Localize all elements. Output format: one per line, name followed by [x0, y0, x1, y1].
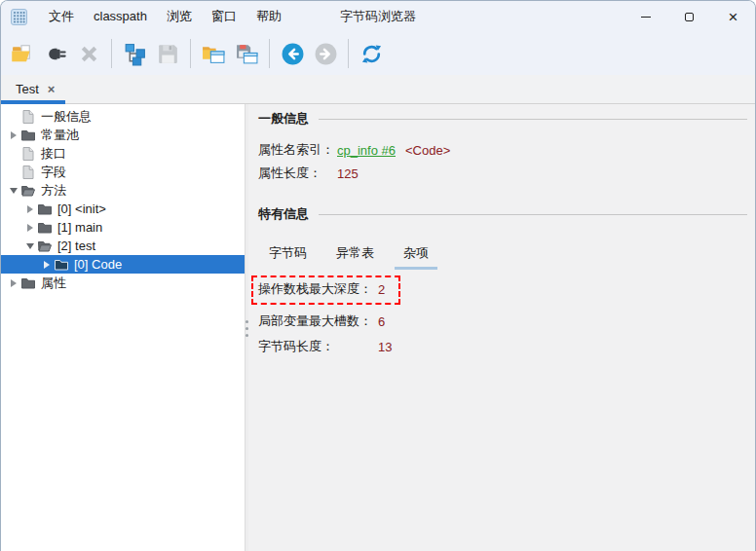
- general-info-header: 一般信息: [258, 110, 747, 128]
- tree-item-label: [1] main: [57, 220, 102, 235]
- splitter-grip-icon: [246, 316, 248, 341]
- toolbar-separator: [111, 39, 112, 68]
- menu-item-classpath[interactable]: classpath: [84, 1, 157, 32]
- plug-icon: [44, 42, 68, 66]
- header-divider: [319, 119, 747, 120]
- app-icon: [11, 9, 27, 25]
- folder-icon: [21, 128, 36, 142]
- attribute-name-index-row: 属性名索引： cp_info #6 <Code>: [258, 141, 747, 159]
- misc-row: 字节码长度： 13: [258, 338, 747, 355]
- detail-panel: 一般信息 属性名索引： cp_info #6 <Code> 属性长度： 125 …: [248, 104, 755, 551]
- menu-bar: 文件classpath浏览窗口帮助: [39, 1, 291, 32]
- save-window-icon: [235, 42, 259, 66]
- tree-expand-arrow-icon[interactable]: [5, 188, 21, 194]
- specific-info-title: 特有信息: [258, 205, 309, 223]
- row-value: 6: [378, 314, 385, 329]
- document-icon: [21, 165, 36, 179]
- tree-expand-arrow-icon[interactable]: [21, 224, 38, 232]
- specific-tab-字节码[interactable]: 字节码: [260, 244, 316, 270]
- tree-expand-arrow-icon[interactable]: [21, 205, 38, 213]
- tree-item-方法[interactable]: 方法: [1, 181, 245, 200]
- toolbar-separator: [190, 39, 191, 68]
- close-button[interactable]: ×: [711, 1, 755, 32]
- tree-expand-arrow-icon[interactable]: [38, 261, 55, 269]
- attach-classpath-button[interactable]: [40, 38, 71, 69]
- tree-item-属性[interactable]: 属性: [1, 274, 245, 292]
- reload-button[interactable]: [356, 38, 387, 69]
- row-value: 125: [337, 166, 359, 181]
- toolbar-separator: [269, 39, 270, 68]
- close-file-button: [73, 38, 104, 69]
- row-value: 13: [378, 340, 392, 354]
- tab-close-icon[interactable]: ×: [48, 83, 56, 95]
- tree-item-接口[interactable]: 接口: [1, 144, 245, 163]
- toolbar: [1, 32, 755, 75]
- folder-open-icon: [38, 239, 53, 253]
- general-info-rows: 属性名索引： cp_info #6 <Code> 属性长度： 125: [258, 141, 747, 182]
- save-button: [152, 38, 183, 69]
- window-controls: ×: [624, 1, 755, 32]
- tab-label: Test: [16, 82, 39, 96]
- tree-expand-arrow-icon[interactable]: [5, 279, 21, 287]
- class-structure-tree: 一般信息 常量池 接口 字段 方法 [0] <init> [1] main [2…: [1, 104, 245, 551]
- tree-item-0init[interactable]: [0] <init>: [1, 200, 245, 218]
- row-label: 操作数栈最大深度：: [258, 280, 378, 298]
- open-in-window-button[interactable]: [198, 38, 229, 69]
- tree-item-常量池[interactable]: 常量池: [1, 126, 245, 144]
- app-window: 文件classpath浏览窗口帮助 字节码浏览器 × Test × 一般信息 常…: [0, 0, 756, 551]
- menu-item-帮助[interactable]: 帮助: [246, 1, 291, 32]
- misc-row: 操作数栈最大深度： 2: [258, 280, 385, 298]
- tree-item-label: 方法: [41, 182, 66, 200]
- misc-row: 局部变量最大槽数： 6: [258, 312, 747, 330]
- forward-arrow-icon: [314, 42, 338, 66]
- tree-structure-icon: [123, 42, 147, 66]
- minimize-button[interactable]: [624, 1, 667, 32]
- specific-tab-杂项[interactable]: 杂项: [395, 244, 437, 270]
- save-icon: [156, 42, 180, 66]
- document-icon: [21, 109, 36, 124]
- folder-icon: [21, 276, 36, 290]
- close-icon: ×: [729, 9, 738, 25]
- tree-item-0code[interactable]: [0] Code: [1, 255, 245, 274]
- maximize-button[interactable]: [667, 1, 711, 32]
- back-button[interactable]: [277, 38, 308, 69]
- save-window-button[interactable]: [231, 38, 262, 69]
- tree-item-label: 属性: [41, 275, 66, 292]
- tree-view-button[interactable]: [119, 38, 150, 69]
- document-icon: [21, 146, 36, 161]
- row-label: 属性长度：: [258, 165, 337, 182]
- tab-test[interactable]: Test ×: [1, 75, 65, 103]
- tree-item-label: [0] Code: [74, 257, 122, 272]
- tree-item-label: 字段: [41, 164, 66, 181]
- folder-icon: [38, 220, 53, 235]
- minimize-icon: [641, 17, 651, 18]
- panel-splitter[interactable]: [245, 104, 248, 551]
- specific-tab-异常表[interactable]: 异常表: [327, 244, 383, 270]
- close-x-icon: [77, 42, 101, 66]
- specific-info-tabs: 字节码异常表杂项: [258, 244, 747, 270]
- tree-expand-arrow-icon[interactable]: [21, 243, 38, 249]
- title-bar: 文件classpath浏览窗口帮助 字节码浏览器 ×: [1, 1, 755, 32]
- specific-info-header: 特有信息: [258, 205, 747, 223]
- open-window-icon: [202, 42, 226, 66]
- open-file-icon: [11, 42, 35, 66]
- folder-open-icon: [21, 183, 36, 198]
- row-label: 局部变量最大槽数：: [258, 312, 378, 330]
- refresh-icon: [359, 42, 384, 66]
- menu-item-窗口[interactable]: 窗口: [202, 1, 246, 32]
- menu-item-文件[interactable]: 文件: [39, 1, 84, 32]
- tree-item-一般信息[interactable]: 一般信息: [1, 107, 245, 126]
- back-arrow-icon: [281, 42, 305, 66]
- folder-icon: [38, 202, 53, 216]
- cp-info-link[interactable]: cp_info #6: [337, 143, 396, 158]
- tree-item-字段[interactable]: 字段: [1, 163, 245, 181]
- tree-item-label: [2] test: [57, 239, 95, 253]
- tree-item-1main[interactable]: [1] main: [1, 218, 245, 237]
- menu-item-浏览[interactable]: 浏览: [157, 1, 202, 32]
- tree-item-label: [0] <init>: [57, 202, 106, 216]
- open-file-button[interactable]: [7, 38, 38, 69]
- row-label: 属性名索引：: [258, 141, 337, 159]
- tree-item-2test[interactable]: [2] test: [1, 237, 245, 255]
- tree-expand-arrow-icon[interactable]: [5, 131, 21, 139]
- tree-item-label: 一般信息: [41, 108, 92, 126]
